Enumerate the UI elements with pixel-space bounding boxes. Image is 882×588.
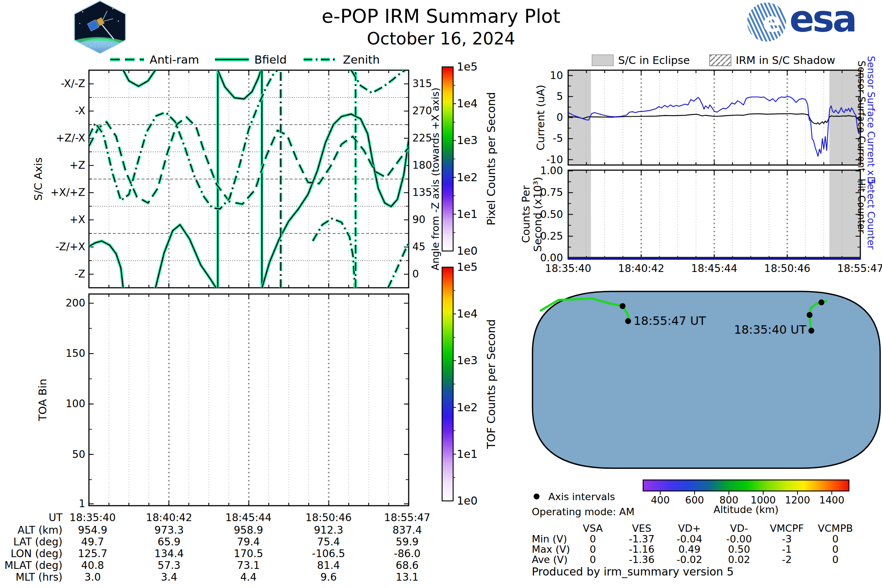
- voltage-col-header: VSA: [583, 524, 603, 533]
- sc-ytick-left: +X/+Z: [50, 188, 85, 198]
- ephemeris-value: 170.5: [234, 549, 263, 559]
- voltage-value: 0.49: [678, 544, 700, 554]
- voltage-col-header: VD+: [678, 524, 701, 533]
- voltage-value: 0.02: [728, 555, 750, 564]
- pixel-colorbar-tick: 1e1: [457, 209, 478, 220]
- ephemeris-value: 65.9: [158, 537, 180, 547]
- altitude-tick: 1400: [819, 495, 844, 505]
- ephemeris-value: 49.7: [81, 537, 104, 547]
- ephemeris-value: 9.6: [321, 572, 337, 582]
- tof-colorbar-tick: 1e0: [457, 495, 478, 506]
- sc-ytick-right: 90: [412, 214, 426, 225]
- voltage-value: 0: [590, 534, 596, 544]
- ephemeris-value: 837.4: [393, 525, 422, 536]
- pixel-colorbar-tick: 1e5: [457, 62, 478, 72]
- sc-ytick-right: 135: [412, 188, 432, 198]
- ephemeris-value: 73.1: [237, 560, 260, 571]
- pixel-colorbar-tick: 1e3: [457, 135, 478, 146]
- voltage-value: -1.16: [629, 544, 654, 554]
- voltage-col-header: VMCPF: [770, 524, 804, 533]
- sc-ytick-right: 270: [412, 106, 432, 116]
- voltage-value: 0: [832, 534, 838, 544]
- current-ytick: -5: [553, 134, 563, 144]
- toa-ytick: 1: [79, 499, 85, 509]
- ephemeris-row-label: LON (deg): [10, 549, 63, 559]
- ephemeris-value: 18:55:47: [384, 513, 430, 523]
- tof-colorbar-tick: 1e5: [457, 262, 478, 273]
- altitude-tick: 1200: [785, 495, 810, 505]
- ephemeris-value: 18:50:46: [305, 513, 352, 523]
- voltage-value: 0: [832, 544, 838, 554]
- voltage-value: 0.50: [728, 544, 750, 554]
- ephemeris-row-label: MLAT (deg): [4, 560, 63, 571]
- voltage-row-label: Max (V): [532, 544, 570, 554]
- current-ytick: 0: [556, 112, 563, 123]
- counts-ytick: 0.25: [540, 231, 563, 242]
- ephemeris-value: 125.7: [78, 549, 107, 559]
- ephemeris-value: 18:35:40: [69, 513, 116, 523]
- voltage-col-header: VD-: [730, 524, 748, 533]
- toa-ytick: 50: [72, 450, 85, 460]
- altitude-tick: 600: [685, 495, 704, 505]
- sc-ytick-left: -X/-Z: [61, 79, 85, 89]
- right-time-tick: 18:40:42: [618, 264, 664, 274]
- ephemeris-value: 75.4: [317, 537, 340, 547]
- ephemeris-row-label: MLT (hrs): [15, 572, 63, 582]
- ephemeris-value: 4.4: [240, 572, 257, 582]
- altitude-tick: 400: [651, 495, 670, 505]
- ephemeris-value: 912.3: [314, 525, 343, 536]
- altitude-tick: 800: [720, 495, 739, 505]
- voltage-value: -0.04: [676, 534, 702, 544]
- tof-colorbar-tick: 1e1: [457, 449, 478, 460]
- sc-ytick-left: +Z: [69, 160, 85, 171]
- counts-ytick: 0.75: [540, 188, 563, 198]
- pixel-colorbar-tick: 1e2: [457, 172, 478, 183]
- voltage-value: 0: [590, 544, 596, 554]
- ephemeris-value: 3.0: [84, 572, 101, 582]
- right-time-tick: 18:50:46: [764, 264, 810, 274]
- current-ytick: 10: [550, 70, 563, 81]
- sc-ytick-left: -Z/+X: [56, 242, 85, 252]
- counts-ytick: 0.00: [540, 253, 563, 263]
- sc-ytick-left: +X: [69, 214, 85, 225]
- ephemeris-value: 59.9: [396, 537, 418, 547]
- sc-ytick-right: 315: [412, 79, 432, 89]
- right-time-tick: 18:55:47: [837, 264, 882, 274]
- pixel-colorbar-tick: 1e4: [457, 98, 478, 109]
- ephemeris-row-label: LAT (deg): [13, 537, 63, 547]
- voltage-value: -0.02: [676, 555, 702, 564]
- ephemeris-value: -86.0: [394, 549, 420, 559]
- ephemeris-value: 57.3: [158, 560, 180, 571]
- toa-ytick: 150: [66, 348, 85, 358]
- sc-ytick-left: -X: [75, 106, 85, 116]
- tof-colorbar-tick: 1e3: [457, 355, 478, 366]
- generated-labels: -X/-Z-X+Z/-X+Z+X/+Z+X-Z/+X-Z315270225180…: [0, 0, 882, 588]
- sc-ytick-left: -Z: [75, 269, 85, 279]
- right-time-tick: 18:45:44: [691, 264, 738, 274]
- ephemeris-value: 954.9: [78, 525, 107, 536]
- altitude-tick: 1000: [750, 495, 776, 505]
- sc-ytick-right: 180: [412, 160, 432, 171]
- voltage-value: -3: [782, 534, 792, 544]
- ephemeris-value: 18:40:42: [146, 513, 192, 523]
- sc-ytick-left: +Z/-X: [56, 133, 85, 143]
- ephemeris-value: 18:45:44: [225, 513, 272, 523]
- voltage-value: -1: [782, 544, 792, 554]
- sc-ytick-right: 0: [412, 269, 419, 279]
- ephemeris-value: 81.4: [317, 560, 340, 571]
- voltage-row-label: Min (V): [532, 534, 567, 544]
- current-ytick: -10: [546, 155, 563, 165]
- ephemeris-value: 40.8: [81, 560, 104, 571]
- ephemeris-value: 973.3: [154, 525, 184, 536]
- current-ytick: 5: [556, 92, 563, 102]
- voltage-value: -0.00: [726, 534, 752, 544]
- ephemeris-value: 3.4: [161, 572, 177, 582]
- ephemeris-row-label: UT: [48, 513, 63, 523]
- ephemeris-row-label: ALT (km): [18, 525, 63, 536]
- voltage-col-header: VCMPB: [818, 524, 853, 533]
- tof-colorbar-tick: 1e2: [457, 402, 478, 413]
- ephemeris-value: 68.6: [396, 560, 418, 571]
- pixel-colorbar-tick: 1e0: [457, 246, 478, 256]
- toa-ytick: 200: [66, 298, 85, 308]
- ephemeris-value: -106.5: [312, 549, 345, 559]
